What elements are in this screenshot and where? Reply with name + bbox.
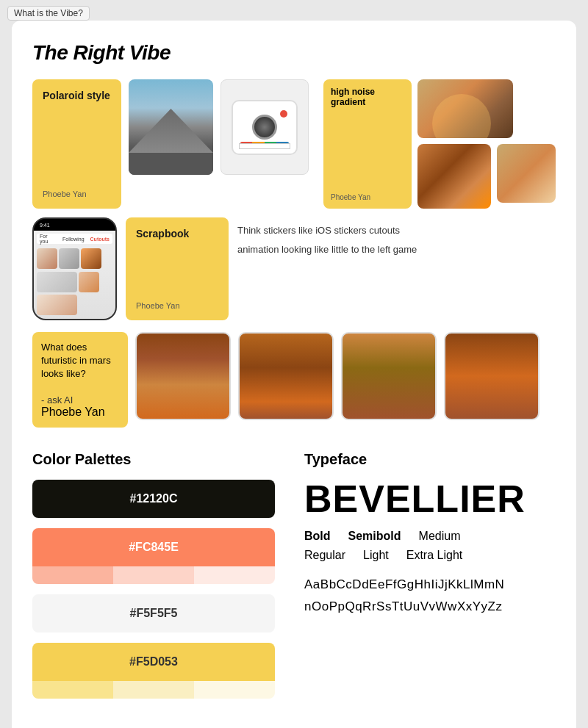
typeface-title: Typeface <box>304 451 556 468</box>
high-noise-title: high noise gradient <box>331 87 404 107</box>
mars-subtitle: - ask AI <box>41 394 119 406</box>
vibe-top-row: Polaroid style Phoebe Yan high noise gra… <box>32 79 556 209</box>
mars-image-4 <box>444 332 539 420</box>
color-palettes-section: Color Palettes #12120C #FC845E #F5F5F5 <box>32 451 275 709</box>
phone-mockup: 9:41 For you Following Cutouts <box>32 217 117 320</box>
weight-regular: Regular <box>304 549 345 562</box>
coral-tint-1 <box>32 566 113 584</box>
mars-title: What does futuristic in mars looks like? <box>41 341 119 381</box>
typeface-section: Typeface BEVELLIER Bold Semibold Medium … <box>304 451 556 709</box>
mars-image-1 <box>135 332 231 420</box>
text-note-2: animation looking like little to the lef… <box>237 242 417 257</box>
yellow-tint-3 <box>194 681 275 699</box>
sticker-6 <box>37 295 77 315</box>
scrapbook-author: Phoebe Yan <box>136 301 218 310</box>
high-noise-author: Phoebe Yan <box>331 193 404 201</box>
weight-medium: Medium <box>419 530 461 543</box>
swatch-coral: #FC845E <box>32 528 275 584</box>
sticker-3 <box>81 248 101 269</box>
type-weights-row2: Regular Light Extra Light <box>304 549 556 562</box>
color-palettes-title: Color Palettes <box>32 451 275 468</box>
alphabet-upper: AaBbCcDdEeFfGgHhIiJjKkLlMmN <box>304 574 556 597</box>
swatch-light: #F5F5F5 <box>32 594 275 633</box>
polaroid-author: Phoebe Yan <box>43 190 111 198</box>
yellow-tint-2 <box>113 681 194 699</box>
mars-image-2 <box>238 332 334 420</box>
swatch-light-main: #F5F5F5 <box>32 594 275 633</box>
mars-card-content: What does futuristic in mars looks like?… <box>41 341 119 406</box>
coral-tint-3 <box>194 566 275 584</box>
high-noise-card: high noise gradient Phoebe Yan <box>323 79 412 209</box>
polaroid-style-card: Polaroid style Phoebe Yan <box>32 79 121 209</box>
orange-interior-image <box>417 144 491 209</box>
phone-status-bar: 9:41 <box>34 219 115 231</box>
polaroid-camera-image <box>220 79 309 175</box>
type-weights-row1: Bold Semibold Medium <box>304 530 556 543</box>
sticker-1 <box>37 248 57 269</box>
right-cluster: high noise gradient Phoebe Yan <box>323 79 556 209</box>
sticker-4 <box>37 272 77 292</box>
weight-semibold: Semibold <box>348 530 401 543</box>
scrapbook-title: Scrapbook <box>136 228 218 239</box>
highrise-image <box>417 79 513 138</box>
swatch-coral-tints <box>32 566 275 584</box>
swatch-coral-main: #FC845E <box>32 528 275 566</box>
text-notes: Think stickers like iOS stickers cutouts… <box>237 217 417 320</box>
camera-output <box>239 143 290 149</box>
mars-section: What does futuristic in mars looks like?… <box>32 332 556 428</box>
weight-bold: Bold <box>304 530 331 543</box>
scrapbook-card: Scrapbook Phoebe Yan <box>126 217 229 320</box>
polaroid-title: Polaroid style <box>43 90 111 101</box>
stacked-images <box>417 79 556 209</box>
bottom-imgs <box>417 144 556 209</box>
swatch-yellow-tints <box>32 681 275 699</box>
vibe-row2: 9:41 For you Following Cutouts Scrapbook… <box>32 217 556 320</box>
camera-lens <box>252 115 277 140</box>
yellow-tint-1 <box>32 681 113 699</box>
mountain-image <box>129 79 213 175</box>
tooltip-tag: What is the Vibe? <box>7 6 90 21</box>
text-note-1: Think stickers like iOS stickers cutouts <box>237 223 417 238</box>
mars-image-3 <box>341 332 437 420</box>
sticker-5 <box>79 272 99 292</box>
typeface-hero-name: BEVELLIER <box>304 480 556 518</box>
coral-tint-2 <box>113 566 194 584</box>
weight-light: Light <box>363 549 389 562</box>
main-card: The Right Vibe Polaroid style Phoebe Yan… <box>12 21 576 728</box>
swatch-dark-main: #12120C <box>32 480 275 518</box>
weight-extralight: Extra Light <box>406 549 462 562</box>
bottom-sections: Color Palettes #12120C #FC845E #F5F5F5 <box>32 451 556 709</box>
alphabet-lower: nOoPpQqRrSsTtUuVvWwXxYyZz <box>304 596 556 619</box>
mars-author: Phoebe Yan <box>41 406 119 419</box>
swatch-dark: #12120C <box>32 480 275 518</box>
page-title: The Right Vibe <box>32 41 556 65</box>
camera-button <box>280 110 287 118</box>
swatch-yellow-main: #F5D053 <box>32 643 275 681</box>
mars-card: What does futuristic in mars looks like?… <box>32 332 128 428</box>
camera-body <box>232 100 298 155</box>
swatch-yellow: #F5D053 <box>32 643 275 699</box>
sticker-2 <box>59 248 79 269</box>
phone-content: For you Following Cutouts <box>34 231 115 319</box>
robot-image <box>497 144 556 203</box>
phone-status-text: 9:41 <box>40 223 50 228</box>
